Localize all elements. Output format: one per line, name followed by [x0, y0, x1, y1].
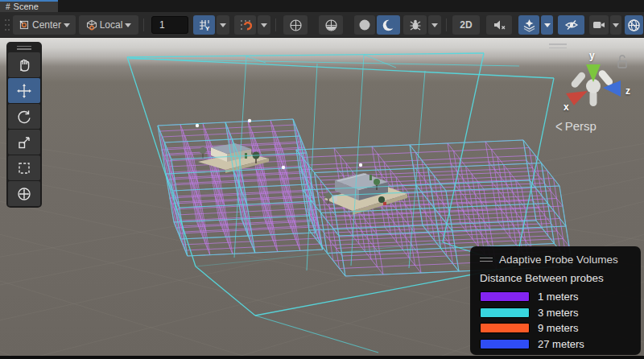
legend-row: 9 meters	[480, 322, 631, 334]
tool-hand[interactable]	[8, 52, 40, 77]
legend-label: 1 meters	[538, 291, 579, 303]
tool-rect[interactable]	[8, 155, 40, 180]
increment-snap-button[interactable]	[234, 15, 256, 35]
toolbar-separator	[446, 19, 447, 31]
drag-handle-icon[interactable]	[549, 43, 567, 51]
camera-button[interactable]	[589, 15, 609, 35]
dropdown-arrow-icon	[613, 23, 619, 27]
pivot-mode-button[interactable]: Center	[13, 15, 76, 35]
dropdown-arrow-icon	[64, 23, 70, 27]
apv-subtitle: Distance Between probes	[480, 272, 631, 284]
rotate-icon	[16, 109, 32, 125]
scene-toolbar: Center Local Y	[0, 12, 644, 38]
cube-local-icon	[86, 19, 97, 31]
wire-sphere-icon	[289, 19, 303, 32]
visibility-button[interactable]	[558, 15, 584, 35]
orientation-button[interactable]: Local	[79, 15, 138, 35]
2d-toggle-button[interactable]: 2D	[452, 15, 480, 35]
legend-label: 9 meters	[538, 322, 579, 334]
speaker-mute-icon	[493, 19, 506, 31]
legend-swatch	[480, 323, 530, 333]
grid-snap-arrow[interactable]	[217, 15, 229, 35]
hand-icon	[16, 57, 32, 73]
x-axis-cone[interactable]	[566, 91, 588, 105]
gizmo-globe-icon	[627, 19, 641, 32]
grid-snap-y-icon: Y	[198, 19, 211, 31]
legend-swatch	[480, 291, 530, 302]
gizmo-globe-button[interactable]	[625, 15, 643, 35]
2d-label: 2D	[460, 19, 472, 31]
drag-handle-icon[interactable]	[480, 255, 493, 264]
window-bottom-edge	[0, 356, 644, 359]
tool-move[interactable]	[8, 78, 40, 103]
projection-label: Persp	[565, 119, 597, 133]
wire-sphere-button[interactable]	[283, 15, 308, 35]
legend-swatch	[480, 339, 530, 349]
tool-scale[interactable]	[8, 130, 40, 155]
effects-button[interactable]	[518, 15, 539, 35]
orientation-label: Local	[100, 19, 123, 31]
debug-button[interactable]	[403, 15, 427, 35]
legend-row: 1 meters	[480, 291, 631, 303]
legend-row: 27 meters	[480, 338, 631, 350]
eye-hidden-icon	[564, 19, 579, 31]
tab-scene[interactable]: # Scene	[0, 0, 58, 12]
projection-toggle[interactable]: < Persp	[555, 119, 597, 133]
svg-text:Y: Y	[205, 25, 210, 31]
y-axis-cone[interactable]	[586, 64, 601, 82]
dropdown-arrow-icon	[220, 23, 226, 27]
dropdown-arrow-icon	[431, 23, 438, 27]
chevron-left-icon: <	[555, 117, 563, 134]
fx-layers-icon	[522, 19, 536, 32]
effects-arrow[interactable]	[541, 15, 553, 35]
toolbar-separator	[275, 19, 276, 31]
scene-lighting-button[interactable]	[377, 15, 400, 35]
drag-handle-icon[interactable]	[8, 43, 40, 52]
audio-mute-button[interactable]	[486, 15, 512, 35]
bug-icon	[409, 19, 422, 31]
transform-icon	[16, 186, 32, 202]
snap-increment-input[interactable]	[151, 16, 188, 34]
grid-hash-icon: #	[6, 3, 10, 11]
legend-label: 3 meters	[538, 307, 579, 319]
rect-icon	[16, 160, 32, 176]
tab-label: Scene	[14, 2, 39, 11]
unity-scene-window: # Scene Center Local	[0, 0, 644, 359]
pivot-center-icon	[19, 19, 30, 31]
magnet-snap-icon	[239, 19, 252, 31]
dropdown-arrow-icon	[125, 23, 131, 27]
toolbar-separator	[143, 19, 144, 31]
scale-icon	[16, 134, 32, 151]
apv-panel-title: Adaptive Probe Volumes	[499, 254, 618, 266]
x-axis-label: x	[564, 101, 569, 113]
tool-rotate[interactable]	[8, 104, 40, 129]
dropdown-arrow-icon	[261, 23, 267, 27]
drag-handle-icon[interactable]	[4, 19, 10, 31]
apv-legend: 1 meters3 meters9 meters27 meters	[480, 291, 631, 350]
tools-overlay	[6, 42, 42, 208]
dropdown-arrow-icon	[544, 23, 551, 27]
moon-icon	[382, 19, 395, 32]
sphere-icon	[358, 19, 371, 31]
grid-snap-button[interactable]: Y	[193, 15, 215, 35]
camera-icon	[592, 19, 605, 31]
unlock-icon[interactable]	[618, 56, 626, 68]
y-axis-label: y	[589, 50, 595, 61]
tab-bar: # Scene	[0, 0, 644, 12]
debug-arrow[interactable]	[428, 15, 441, 35]
shaded-sphere-icon	[324, 19, 338, 32]
increment-snap-arrow[interactable]	[258, 15, 270, 35]
shaded-sphere-button[interactable]	[319, 15, 343, 35]
sphere-button[interactable]	[354, 15, 375, 35]
pivot-mode-label: Center	[32, 19, 61, 31]
apv-panel: Adaptive Probe Volumes Distance Between …	[470, 246, 641, 355]
legend-label: 27 meters	[538, 338, 584, 350]
legend-swatch	[480, 307, 530, 318]
move-icon	[16, 83, 32, 99]
legend-row: 3 meters	[480, 307, 631, 319]
tool-transform[interactable]	[8, 181, 40, 206]
camera-arrow[interactable]	[610, 15, 621, 35]
z-axis-label: z	[625, 85, 630, 97]
